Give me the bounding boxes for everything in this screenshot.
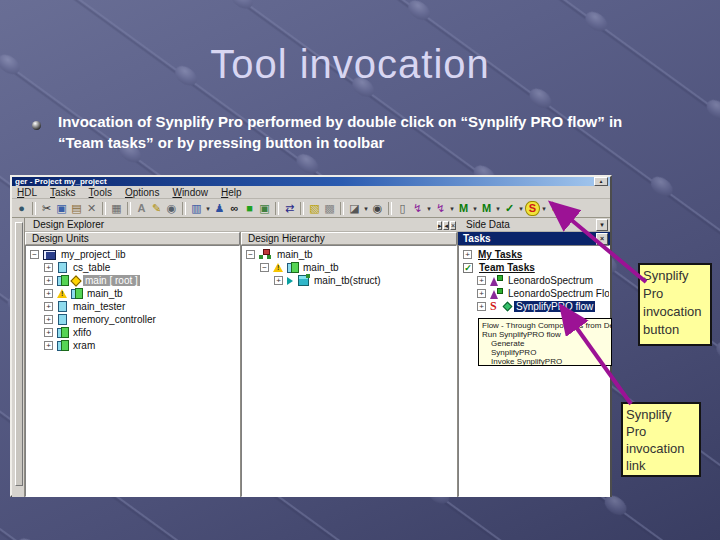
expander-collapsed-icon[interactable]: + [477,276,486,285]
tree-label[interactable]: xfifo [71,327,93,338]
copy-files-icon[interactable]: ▩ [322,201,337,216]
component-icon[interactable]: ■ [242,201,257,216]
copy-icon[interactable]: ▣ [54,201,69,216]
dropdown-arrow[interactable]: ▾ [448,201,456,216]
expander-collapsed-icon[interactable]: + [477,289,486,298]
dropdown-arrow[interactable]: ▾ [471,201,479,216]
dropdown-arrow[interactable]: ▾ [494,201,502,216]
expander-collapsed-icon[interactable]: + [44,276,53,285]
tree-label[interactable]: LeonardoSpectrum Flow [506,288,610,299]
expander-collapsed-icon[interactable]: + [44,315,53,324]
tree-label[interactable]: main_tb [301,262,341,273]
expander-expanded-icon[interactable]: − [246,250,255,259]
leonardo-flow-launch-icon[interactable]: ↯ [433,201,448,216]
new-library-icon[interactable]: ▧ [307,201,322,216]
checkbox-checked-icon[interactable]: ✓ [463,263,473,273]
tree-label[interactable]: xram [71,340,97,351]
tree-row[interactable]: +memory_controller [26,313,239,326]
tree-label[interactable]: memory_controller [71,314,158,325]
team-members-icon[interactable]: ♟ [212,201,227,216]
pane-button-0[interactable]: ▸ [437,221,443,230]
tree-row[interactable]: −main_tb [242,261,456,274]
menu-options[interactable]: Options [125,187,159,198]
task-check-icon[interactable]: ✓ [502,201,517,216]
tree-row[interactable]: +main_tb(struct) [242,274,456,287]
synplify-launch-icon[interactable]: S [525,201,540,216]
tree-row[interactable]: +LeonardoSpectrum Flow [459,287,609,300]
refresh-icon[interactable]: ⇄ [282,201,297,216]
cut-icon[interactable]: ✂ [39,201,54,216]
tree-label[interactable]: main_tb [275,249,315,260]
collapsed-side-panel[interactable] [12,218,25,497]
generate-icon[interactable]: ◪ [347,201,362,216]
menu-tools[interactable]: Tools [89,187,112,198]
tree-row[interactable]: −main_tb [242,248,456,261]
design-units-tree: −my_project_lib+cs_table+main [ root ]+m… [25,245,240,497]
expander-collapsed-icon[interactable]: + [44,302,53,311]
expander-expanded-icon[interactable]: − [30,250,39,259]
edit-icon[interactable]: ✎ [149,201,164,216]
expander-collapsed-icon[interactable]: + [44,328,53,337]
expander-collapsed-icon[interactable]: + [274,276,283,285]
tree-row[interactable]: +main_tb [26,287,239,300]
dropdown-arrow[interactable]: ▾ [425,201,433,216]
spy-icon[interactable]: ▯ [395,201,410,216]
expander-collapsed-icon[interactable]: + [463,250,472,259]
expander-collapsed-icon[interactable]: + [44,263,53,272]
dropdown-arrow[interactable]: ▾ [517,201,525,216]
properties-icon[interactable]: ▦ [109,201,124,216]
delete-icon[interactable]: ✕ [84,201,99,216]
tree-row[interactable]: +main [ root ] [26,274,239,287]
tree-label[interactable]: My Tasks [476,249,524,260]
open-doc-icon[interactable]: ▣ [257,201,272,216]
dropdown-arrow[interactable]: ▾ [540,201,548,216]
menu-help[interactable]: Help [221,187,242,198]
viewpoint-icon[interactable]: ▥ [189,201,204,216]
modelsim-launch-icon[interactable]: M [456,201,471,216]
dropdown-arrow[interactable]: ▾ [204,201,212,216]
dropdown-arrow[interactable]: ▾ [563,201,571,216]
find-icon[interactable]: ∞ [227,201,242,216]
dropdown-arrow[interactable]: ▾ [362,201,370,216]
tree-label[interactable]: main_tb [85,288,125,299]
tree-label[interactable]: my_project_lib [59,249,127,260]
tree-label[interactable]: main_tester [71,301,127,312]
tree-label[interactable]: main_tb(struct) [312,275,383,286]
tree-row[interactable]: +SynplifyPRO flow [459,300,609,313]
paste-icon[interactable]: ▤ [69,201,84,216]
tree-label[interactable]: SynplifyPRO flow [514,301,595,312]
expander-collapsed-icon[interactable]: + [44,289,53,298]
pane-button-1[interactable]: ◂ [443,221,449,230]
toolbar-separator [102,202,106,215]
leonardo-launch-icon[interactable]: ↯ [410,201,425,216]
task-check2-icon[interactable]: ✓ [548,201,563,216]
tree-row[interactable]: ✓Team Tasks [459,261,609,274]
tree-label[interactable]: LeonardoSpectrum [506,275,595,286]
tree-row[interactable]: −my_project_lib [26,248,239,261]
tree-label[interactable]: main [ root ] [83,275,140,286]
pane-button-2[interactable]: × [450,221,456,230]
menu-hdl[interactable]: HDL [17,187,37,198]
tree-row[interactable]: +main_tester [26,300,239,313]
globe-icon[interactable]: ● [14,201,29,216]
menu-tasks[interactable]: Tasks [50,187,76,198]
scroll-up-button[interactable]: ▴ [594,177,608,186]
window-titlebar[interactable]: ger - Project my_project ▴ [12,177,610,186]
tree-row[interactable]: +cs_table [26,261,239,274]
modelsim-flow-launch-icon[interactable]: M [479,201,494,216]
tree-label[interactable]: cs_table [71,262,112,273]
tree-label[interactable]: Team Tasks [477,262,537,273]
tree-row[interactable]: +xram [26,339,239,352]
zoom-doc-icon[interactable]: ◉ [370,201,385,216]
expander-collapsed-icon[interactable]: + [44,341,53,350]
tree-row[interactable]: +xfifo [26,326,239,339]
menu-window[interactable]: Window [172,187,208,198]
check-design-icon[interactable]: A [134,201,149,216]
expander-expanded-icon[interactable]: − [260,263,269,272]
preview-icon[interactable]: ◉ [164,201,179,216]
tree-row[interactable]: +My Tasks [459,248,609,261]
side-data-dropdown-button[interactable]: ▾ [596,219,608,231]
tree-row[interactable]: +LeonardoSpectrum [459,274,609,287]
tasks-close-button[interactable]: × [596,233,608,245]
expander-collapsed-icon[interactable]: + [477,302,486,311]
